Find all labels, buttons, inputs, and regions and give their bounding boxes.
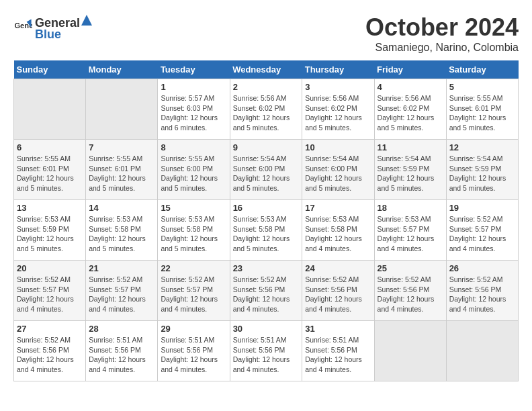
- cell-info: Sunrise: 5:53 AMSunset: 5:58 PMDaylight:…: [305, 215, 362, 253]
- calendar-cell: 22 Sunrise: 5:52 AMSunset: 5:57 PMDaylig…: [158, 261, 230, 321]
- cell-info: Sunrise: 5:55 AMSunset: 6:01 PMDaylight:…: [89, 154, 146, 192]
- cell-info: Sunrise: 5:55 AMSunset: 6:01 PMDaylight:…: [449, 94, 506, 132]
- calendar-cell: 30 Sunrise: 5:51 AMSunset: 5:56 PMDaylig…: [230, 321, 302, 381]
- month-title: October 2024: [365, 13, 519, 42]
- calendar-cell: [86, 79, 158, 140]
- cell-info: Sunrise: 5:55 AMSunset: 6:00 PMDaylight:…: [161, 154, 218, 192]
- calendar-cell: 28 Sunrise: 5:51 AMSunset: 5:56 PMDaylig…: [86, 321, 158, 381]
- logo: General General Blue: [13, 13, 93, 42]
- weekday-header-sunday: Sunday: [14, 60, 86, 79]
- day-number: 27: [17, 324, 83, 334]
- day-number: 4: [378, 82, 443, 92]
- day-number: 25: [378, 263, 443, 273]
- calendar-cell: 9 Sunrise: 5:54 AMSunset: 6:00 PMDayligh…: [230, 140, 302, 200]
- calendar-cell: 15 Sunrise: 5:53 AMSunset: 5:58 PMDaylig…: [158, 200, 230, 261]
- cell-info: Sunrise: 5:54 AMSunset: 6:00 PMDaylight:…: [305, 154, 362, 192]
- calendar-cell: [374, 321, 446, 381]
- day-number: 21: [89, 263, 154, 273]
- day-number: 30: [233, 324, 300, 334]
- cell-info: Sunrise: 5:53 AMSunset: 5:57 PMDaylight:…: [378, 215, 435, 253]
- weekday-header-monday: Monday: [86, 60, 158, 79]
- cell-info: Sunrise: 5:51 AMSunset: 5:56 PMDaylight:…: [305, 336, 362, 373]
- cell-info: Sunrise: 5:52 AMSunset: 5:56 PMDaylight:…: [305, 275, 362, 313]
- cell-info: Sunrise: 5:51 AMSunset: 5:56 PMDaylight:…: [233, 336, 290, 373]
- day-number: 24: [305, 263, 371, 273]
- day-number: 22: [161, 263, 226, 273]
- calendar-cell: 31 Sunrise: 5:51 AMSunset: 5:56 PMDaylig…: [302, 321, 374, 381]
- cell-info: Sunrise: 5:52 AMSunset: 5:56 PMDaylight:…: [233, 275, 290, 313]
- cell-info: Sunrise: 5:52 AMSunset: 5:57 PMDaylight:…: [161, 275, 218, 313]
- calendar-week-row: 27 Sunrise: 5:52 AMSunset: 5:56 PMDaylig…: [14, 321, 519, 381]
- calendar-week-row: 13 Sunrise: 5:53 AMSunset: 5:59 PMDaylig…: [14, 200, 519, 261]
- calendar-cell: 29 Sunrise: 5:51 AMSunset: 5:56 PMDaylig…: [158, 321, 230, 381]
- day-number: 9: [233, 142, 300, 152]
- logo-arrow-icon: [80, 13, 93, 27]
- day-number: 19: [449, 203, 515, 213]
- day-number: 1: [161, 82, 226, 92]
- calendar-cell: 23 Sunrise: 5:52 AMSunset: 5:56 PMDaylig…: [230, 261, 302, 321]
- calendar-cell: 13 Sunrise: 5:53 AMSunset: 5:59 PMDaylig…: [14, 200, 86, 261]
- day-number: 2: [233, 82, 300, 92]
- day-number: 10: [305, 142, 371, 152]
- day-number: 17: [305, 203, 371, 213]
- calendar-cell: 11 Sunrise: 5:54 AMSunset: 5:59 PMDaylig…: [374, 140, 446, 200]
- day-number: 23: [233, 263, 300, 273]
- weekday-header-tuesday: Tuesday: [158, 60, 230, 79]
- day-number: 8: [161, 142, 226, 152]
- day-number: 16: [233, 203, 300, 213]
- calendar-cell: 19 Sunrise: 5:52 AMSunset: 5:57 PMDaylig…: [446, 200, 518, 261]
- day-number: 29: [161, 324, 226, 334]
- day-number: 7: [89, 142, 154, 152]
- cell-info: Sunrise: 5:52 AMSunset: 5:57 PMDaylight:…: [17, 275, 74, 313]
- calendar-cell: 3 Sunrise: 5:56 AMSunset: 6:02 PMDayligh…: [302, 79, 374, 140]
- weekday-header-row: SundayMondayTuesdayWednesdayThursdayFrid…: [14, 60, 519, 79]
- calendar-cell: 2 Sunrise: 5:56 AMSunset: 6:02 PMDayligh…: [230, 79, 302, 140]
- cell-info: Sunrise: 5:53 AMSunset: 5:59 PMDaylight:…: [17, 215, 74, 253]
- cell-info: Sunrise: 5:51 AMSunset: 5:56 PMDaylight:…: [89, 336, 146, 373]
- day-number: 14: [89, 203, 154, 213]
- day-number: 11: [378, 142, 443, 152]
- calendar-cell: 20 Sunrise: 5:52 AMSunset: 5:57 PMDaylig…: [14, 261, 86, 321]
- location-title: Samaniego, Narino, Colombia: [365, 42, 519, 54]
- calendar-week-row: 1 Sunrise: 5:57 AMSunset: 6:03 PMDayligh…: [14, 79, 519, 140]
- calendar-cell: 12 Sunrise: 5:54 AMSunset: 5:59 PMDaylig…: [446, 140, 518, 200]
- svg-marker-1: [81, 15, 92, 26]
- cell-info: Sunrise: 5:52 AMSunset: 5:56 PMDaylight:…: [378, 275, 435, 313]
- day-number: 18: [378, 203, 443, 213]
- calendar-cell: 26 Sunrise: 5:52 AMSunset: 5:56 PMDaylig…: [446, 261, 518, 321]
- cell-info: Sunrise: 5:53 AMSunset: 5:58 PMDaylight:…: [89, 215, 146, 253]
- cell-info: Sunrise: 5:56 AMSunset: 6:02 PMDaylight:…: [378, 94, 435, 132]
- cell-info: Sunrise: 5:54 AMSunset: 6:00 PMDaylight:…: [233, 154, 290, 192]
- cell-info: Sunrise: 5:57 AMSunset: 6:03 PMDaylight:…: [161, 94, 218, 132]
- cell-info: Sunrise: 5:55 AMSunset: 6:01 PMDaylight:…: [17, 154, 74, 192]
- weekday-header-friday: Friday: [374, 60, 446, 79]
- calendar-cell: 17 Sunrise: 5:53 AMSunset: 5:58 PMDaylig…: [302, 200, 374, 261]
- cell-info: Sunrise: 5:56 AMSunset: 6:02 PMDaylight:…: [233, 94, 290, 132]
- weekday-header-wednesday: Wednesday: [230, 60, 302, 79]
- cell-info: Sunrise: 5:52 AMSunset: 5:57 PMDaylight:…: [89, 275, 146, 313]
- calendar-cell: 5 Sunrise: 5:55 AMSunset: 6:01 PMDayligh…: [446, 79, 518, 140]
- cell-info: Sunrise: 5:56 AMSunset: 6:02 PMDaylight:…: [305, 94, 362, 132]
- cell-info: Sunrise: 5:53 AMSunset: 5:58 PMDaylight:…: [161, 215, 218, 253]
- calendar-cell: 18 Sunrise: 5:53 AMSunset: 5:57 PMDaylig…: [374, 200, 446, 261]
- cell-info: Sunrise: 5:52 AMSunset: 5:56 PMDaylight:…: [17, 336, 74, 373]
- cell-info: Sunrise: 5:52 AMSunset: 5:56 PMDaylight:…: [449, 275, 506, 313]
- calendar-cell: 4 Sunrise: 5:56 AMSunset: 6:02 PMDayligh…: [374, 79, 446, 140]
- day-number: 12: [449, 142, 515, 152]
- calendar-cell: 16 Sunrise: 5:53 AMSunset: 5:58 PMDaylig…: [230, 200, 302, 261]
- cell-info: Sunrise: 5:53 AMSunset: 5:58 PMDaylight:…: [233, 215, 290, 253]
- day-number: 15: [161, 203, 226, 213]
- day-number: 31: [305, 324, 371, 334]
- calendar-week-row: 6 Sunrise: 5:55 AMSunset: 6:01 PMDayligh…: [14, 140, 519, 200]
- calendar-cell: 8 Sunrise: 5:55 AMSunset: 6:00 PMDayligh…: [158, 140, 230, 200]
- day-number: 3: [305, 82, 371, 92]
- page-header: General General Blue October 2024 Samani…: [13, 13, 519, 54]
- day-number: 6: [17, 142, 83, 152]
- logo-icon: General: [13, 18, 32, 37]
- calendar-cell: 27 Sunrise: 5:52 AMSunset: 5:56 PMDaylig…: [14, 321, 86, 381]
- day-number: 28: [89, 324, 154, 334]
- day-number: 13: [17, 203, 83, 213]
- weekday-header-saturday: Saturday: [446, 60, 518, 79]
- day-number: 26: [449, 263, 515, 273]
- cell-info: Sunrise: 5:54 AMSunset: 5:59 PMDaylight:…: [449, 154, 506, 192]
